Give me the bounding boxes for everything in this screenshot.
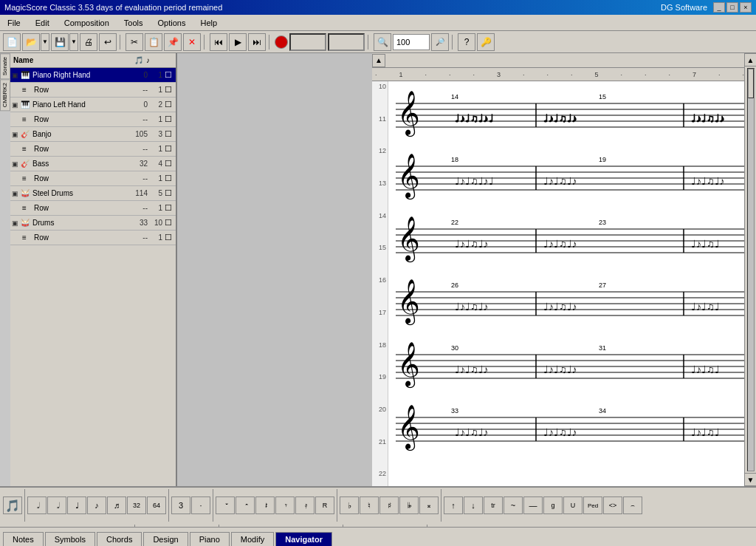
info-button[interactable]: 🔑 bbox=[477, 33, 495, 51]
octave-up-btn[interactable]: ↑ bbox=[444, 496, 463, 514]
open-dropdown[interactable]: ▼ bbox=[41, 33, 49, 51]
trill-btn[interactable]: tr bbox=[484, 496, 503, 514]
menu-help[interactable]: Help bbox=[196, 17, 221, 29]
loop-button[interactable] bbox=[328, 33, 365, 51]
triplet-btn[interactable]: 3 bbox=[171, 496, 190, 514]
track-row-banjo[interactable]: ≡ Row -- 1 ☐ bbox=[10, 142, 176, 157]
track-row-check[interactable]: ☐ bbox=[162, 115, 174, 124]
forward-button[interactable]: ⏭ bbox=[248, 33, 266, 51]
track-row-steel-drums[interactable]: ≡ Row -- 1 ☐ bbox=[10, 201, 176, 216]
tab-navigator[interactable]: Navigator bbox=[275, 532, 332, 546]
minimize-button[interactable]: _ bbox=[713, 2, 725, 13]
rewind-button[interactable]: ⏮ bbox=[210, 33, 227, 51]
whole-rest-btn[interactable]: 𝄻 bbox=[216, 496, 235, 514]
save-button[interactable]: 💾 bbox=[51, 33, 69, 51]
undo-button[interactable]: ↩ bbox=[99, 33, 117, 51]
tab-design[interactable]: Design bbox=[143, 532, 188, 546]
half-rest-btn[interactable]: 𝄼 bbox=[236, 496, 255, 514]
eighth-note-btn[interactable]: ♪ bbox=[87, 496, 106, 514]
octave-down-btn[interactable]: ↓ bbox=[464, 496, 483, 514]
tab-chords[interactable]: Chords bbox=[97, 532, 142, 546]
menu-edit[interactable]: Edit bbox=[31, 17, 54, 29]
open-button[interactable]: 📂 bbox=[22, 33, 40, 51]
vscroll-track[interactable] bbox=[747, 68, 755, 471]
zoom-in-button[interactable]: 🔍 bbox=[374, 33, 391, 51]
staff-area[interactable]: 𝄞 14 15 16 17 ♩♪♩♫ bbox=[388, 81, 744, 486]
vibrato-btn[interactable]: ~ bbox=[504, 496, 523, 514]
track-steel-drums[interactable]: ▣ 🥁 Steel Drums 114 5 ☐ bbox=[10, 186, 176, 201]
vertical-scrollbar[interactable]: ▲ ▼ bbox=[744, 53, 756, 486]
double-flat-btn[interactable]: 𝄫 bbox=[399, 496, 419, 514]
quarter-note-btn[interactable]: ♩ bbox=[67, 496, 86, 514]
track-row-drums[interactable]: ≡ Row -- 1 ☐ bbox=[10, 231, 176, 245]
natural-btn[interactable]: ♮ bbox=[360, 496, 379, 514]
scroll-up-right[interactable]: ▲ bbox=[744, 53, 757, 66]
tab-piano[interactable]: Piano bbox=[190, 532, 230, 546]
whole-note-btn[interactable]: 𝅗𝅥 bbox=[27, 496, 47, 514]
track-check[interactable]: ☐ bbox=[162, 70, 174, 80]
zoom-level[interactable]: 100 bbox=[393, 34, 430, 50]
sixteenth-note-btn[interactable]: ♬ bbox=[107, 496, 126, 514]
print-button[interactable]: 🖨 bbox=[80, 33, 97, 51]
delete-button[interactable]: ✕ bbox=[183, 33, 201, 51]
pedal-btn[interactable]: Ped bbox=[583, 496, 602, 514]
track-bass[interactable]: ▣ 🎸 Bass 32 4 ☐ bbox=[10, 157, 176, 171]
half-note-btn[interactable]: 𝅗𝅥 bbox=[47, 496, 66, 514]
track-piano-right-hand[interactable]: ▣ 🎹 Piano Right Hand 0 1 ☐ bbox=[10, 68, 176, 83]
track-piano-left-hand[interactable]: ▣ 🎹 Piano Left Hand 0 2 ☐ bbox=[10, 98, 176, 112]
tab-modify[interactable]: Modify bbox=[231, 532, 274, 546]
scroll-up-button[interactable]: ▲ bbox=[372, 54, 385, 67]
hairpin-btn[interactable]: <> bbox=[603, 496, 622, 514]
track-check[interactable]: ☐ bbox=[162, 100, 174, 109]
track-row-check[interactable]: ☐ bbox=[162, 174, 174, 183]
tab-notes[interactable]: Notes bbox=[3, 532, 44, 546]
scroll-down-right[interactable]: ▼ bbox=[744, 473, 757, 486]
flat-btn[interactable]: ♭ bbox=[340, 496, 359, 514]
menu-tools[interactable]: Tools bbox=[120, 17, 148, 29]
track-row-bass[interactable]: ≡ Row -- 1 ☐ bbox=[10, 171, 176, 186]
slur-btn[interactable]: ⌢ bbox=[623, 496, 642, 514]
track-check[interactable]: ☐ bbox=[162, 218, 174, 228]
track-row-piano-right[interactable]: ≡ Row -- 1 ☐ bbox=[10, 83, 176, 98]
quarter-rest-btn[interactable]: 𝄽 bbox=[255, 496, 275, 514]
zoom-out-button[interactable]: 🔎 bbox=[431, 33, 449, 51]
double-sharp-btn[interactable]: 𝄪 bbox=[419, 496, 439, 514]
vtab-cmbrk2[interactable]: CMBRK2 bbox=[0, 79, 10, 111]
sharp-btn[interactable]: ♯ bbox=[379, 496, 399, 514]
stop-button[interactable] bbox=[275, 35, 288, 49]
vtab-sonate[interactable]: Sonate bbox=[0, 53, 10, 79]
tab-symbols[interactable]: Symbols bbox=[45, 532, 95, 546]
track-row-check[interactable]: ☐ bbox=[162, 85, 174, 95]
track-row-check[interactable]: ☐ bbox=[162, 203, 174, 213]
eighth-rest-btn[interactable]: 𝄾 bbox=[275, 496, 295, 514]
tenuto-btn[interactable]: — bbox=[523, 496, 543, 514]
32nd-note-btn[interactable]: 32 bbox=[127, 496, 146, 514]
vscroll-thumb[interactable] bbox=[748, 69, 754, 98]
32nd-rest-btn[interactable]: R bbox=[315, 496, 334, 514]
dot-btn[interactable]: · bbox=[191, 496, 210, 514]
help-button[interactable]: ? bbox=[458, 33, 475, 51]
record-button[interactable] bbox=[289, 33, 326, 51]
track-check[interactable]: ☐ bbox=[162, 159, 174, 168]
grace-btn[interactable]: g bbox=[543, 496, 563, 514]
maximize-button[interactable]: □ bbox=[726, 2, 738, 13]
menu-file[interactable]: File bbox=[3, 17, 25, 29]
close-button[interactable]: × bbox=[740, 2, 752, 13]
track-row-check[interactable]: ☐ bbox=[162, 233, 174, 242]
track-row-check[interactable]: ☐ bbox=[162, 144, 174, 154]
track-drums[interactable]: ▣ 🥁 Drums 33 10 ☐ bbox=[10, 216, 176, 231]
play-button[interactable]: ▶ bbox=[229, 33, 247, 51]
track-row-piano-left[interactable]: ≡ Row -- 1 ☐ bbox=[10, 112, 176, 127]
fermata-btn[interactable]: U bbox=[563, 496, 583, 514]
track-check[interactable]: ☐ bbox=[162, 188, 174, 198]
cut-button[interactable]: ✂ bbox=[126, 33, 143, 51]
note-input-icon[interactable]: 🎵 bbox=[3, 496, 22, 514]
menu-options[interactable]: Options bbox=[154, 17, 190, 29]
paste-button[interactable]: 📌 bbox=[164, 33, 182, 51]
copy-button[interactable]: 📋 bbox=[145, 33, 162, 51]
track-check[interactable]: ☐ bbox=[162, 129, 174, 139]
new-button[interactable]: 📄 bbox=[3, 33, 21, 51]
16th-rest-btn[interactable]: 𝄿 bbox=[295, 496, 315, 514]
save-dropdown[interactable]: ▼ bbox=[69, 33, 78, 51]
track-banjo[interactable]: ▣ 🎸 Banjo 105 3 ☐ bbox=[10, 127, 176, 142]
